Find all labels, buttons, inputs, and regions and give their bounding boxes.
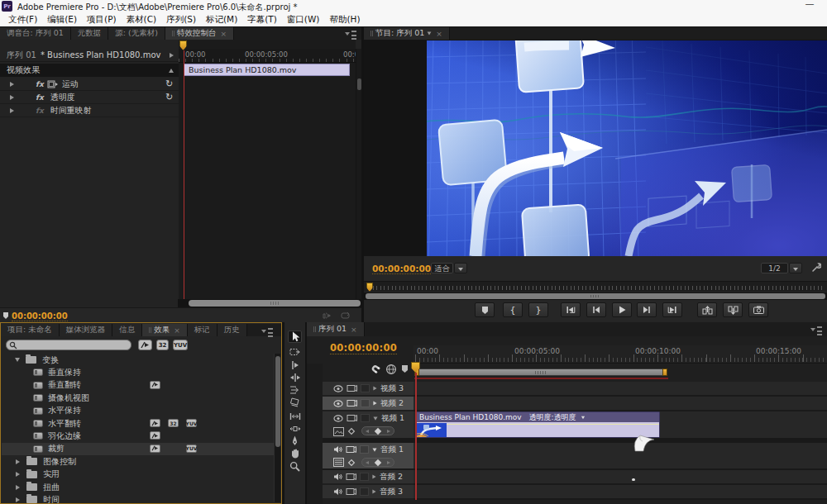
add-marker-button[interactable] [475,302,495,317]
panel-menu-icon[interactable] [261,327,273,335]
show-keyframes-icon[interactable] [347,427,356,435]
program-hscrollbar[interactable] [364,292,827,300]
tab-effect-controls[interactable]: 特效控制台× [165,27,234,40]
folder-row-image-control[interactable]: 图像控制 [2,455,274,468]
expand-folder-icon[interactable] [16,459,20,464]
collapse-folder-icon[interactable] [15,358,20,362]
mark-in-button[interactable]: { [503,302,523,317]
tab-media-browser[interactable]: 媒体浏览器 [60,324,113,336]
video-track-1-header[interactable]: 视频 1 [323,411,414,425]
keyframe-navigator[interactable] [361,426,394,435]
menu-edit[interactable]: 编辑(E) [42,12,82,26]
tool-slide[interactable] [288,422,302,435]
audio-track-2-header[interactable]: 音频 2 [323,470,414,483]
audio-track-1-lane[interactable] [414,443,827,468]
program-playhead[interactable] [366,283,373,292]
step-forward-button[interactable] [637,302,657,317]
go-to-out-button[interactable] [662,302,682,317]
track-lock-slot[interactable] [361,414,370,422]
tab-source-monitor[interactable]: 源: (无素材) [108,27,165,40]
effect-row-motion[interactable]: fx 运动 ↺ [0,78,179,91]
tab-sequence-01[interactable]: 序列 01 × [307,322,365,336]
toggle-track-output-eye-icon[interactable] [333,385,343,392]
timeline-view-toggle-icon[interactable] [170,53,174,58]
menu-window[interactable]: 窗口(W) [282,12,325,26]
tab-audio-mixer[interactable]: 调音台: 序列 01 [0,27,71,40]
sync-lock-icon[interactable] [347,414,357,422]
keyframe-navigator[interactable] [361,458,394,467]
zoom-fit-dropdown-icon[interactable] [454,263,467,273]
chevron-down-icon[interactable] [428,32,432,36]
sync-lock-icon[interactable] [346,473,356,481]
video-effects-section-header[interactable]: 视频效果 [0,64,179,77]
collapse-track-icon[interactable] [372,448,376,451]
collapse-track-icon[interactable] [373,416,377,420]
track-lock-slot[interactable] [360,473,369,481]
tool-track-select[interactable] [288,345,302,358]
tab-info[interactable]: 信息 [112,324,142,336]
audio-track-3-lane[interactable] [414,485,827,500]
accelerated-effects-filter-button[interactable] [138,340,152,350]
effects-vscrollbar[interactable] [274,354,280,502]
folder-row-distort[interactable]: 扭曲 [2,481,274,493]
sync-lock-icon[interactable] [346,445,356,454]
collapse-section-icon[interactable] [169,69,174,73]
effect-row[interactable]: 水平保持 [2,405,274,417]
track-lock-slot[interactable] [361,399,370,407]
expand-folder-icon[interactable] [16,497,20,502]
keyframe-diamond-icon[interactable] [375,428,381,435]
menu-project[interactable]: 项目(P) [82,12,122,26]
effect-row-selected[interactable]: 裁剪 YUV [2,443,274,455]
effect-controls-playhead[interactable] [179,40,188,50]
timeline-clip[interactable]: Business Plan HD1080.mov 透明度:透明度 [415,411,660,438]
panel-menu-icon[interactable] [345,30,356,37]
tool-razor[interactable] [288,397,302,409]
track-lock-slot[interactable] [360,487,369,496]
toggle-track-output-eye-icon[interactable] [333,415,343,422]
clip-effect-dropdown-icon[interactable] [581,416,585,420]
tab-markers[interactable]: 标记 [188,324,218,336]
menu-title[interactable]: 字幕(T) [242,12,282,26]
program-video-frame[interactable] [427,40,827,256]
tool-pen[interactable] [288,435,302,447]
extract-button[interactable] [723,302,743,317]
effect-controls-vscrollbar[interactable] [356,49,361,299]
toggle-track-output-eye-icon[interactable] [333,400,343,407]
effect-row-time-remapping[interactable]: fx 时间重映射 [0,104,179,117]
timeline-playhead[interactable] [411,362,420,373]
step-back-button[interactable] [586,302,606,317]
expand-track-icon[interactable] [373,401,376,405]
menu-marker[interactable]: 标记(M) [201,12,242,26]
tab-metadata[interactable]: 元数据 [71,27,109,40]
menu-file[interactable]: 文件(F) [3,12,42,26]
folder-row-transform[interactable]: 变换 [2,354,274,366]
work-area-grip[interactable] [535,371,547,374]
lift-button[interactable] [697,302,717,317]
close-tab-icon[interactable]: × [351,326,357,334]
menu-clip[interactable]: 素材(C) [122,12,162,26]
program-timecode[interactable]: 00:00:00:00 [372,264,431,274]
scrollbar-thumb[interactable] [366,293,825,299]
toggle-track-output-speaker-icon[interactable] [333,473,342,481]
expand-track-icon[interactable] [372,489,375,493]
effect-row[interactable]: 垂直保持 [2,366,274,378]
set-display-style-icon[interactable] [333,427,344,436]
tool-hand[interactable] [288,447,302,459]
close-tab-icon[interactable]: × [174,326,180,335]
scrollbar-thumb[interactable] [275,356,280,447]
playback-resolution-dropdown-icon[interactable] [789,263,802,273]
loop-playback-icon[interactable] [341,311,350,320]
expand-effect-icon[interactable] [10,108,14,113]
tool-slip[interactable] [288,410,302,422]
show-keyframes-icon[interactable] [347,459,356,467]
scrollbar-thumb[interactable] [357,78,361,90]
encore-chapter-marker-icon[interactable] [385,364,397,375]
track-lock-slot[interactable] [360,445,369,454]
sync-lock-icon[interactable] [346,487,356,496]
tab-history[interactable]: 历史 [218,324,247,336]
work-area-end-handle[interactable] [662,368,667,376]
tool-ripple-edit[interactable] [288,359,302,371]
sync-lock-icon[interactable] [347,384,357,392]
export-frame-button[interactable] [748,302,768,317]
expand-folder-icon[interactable] [16,485,20,490]
